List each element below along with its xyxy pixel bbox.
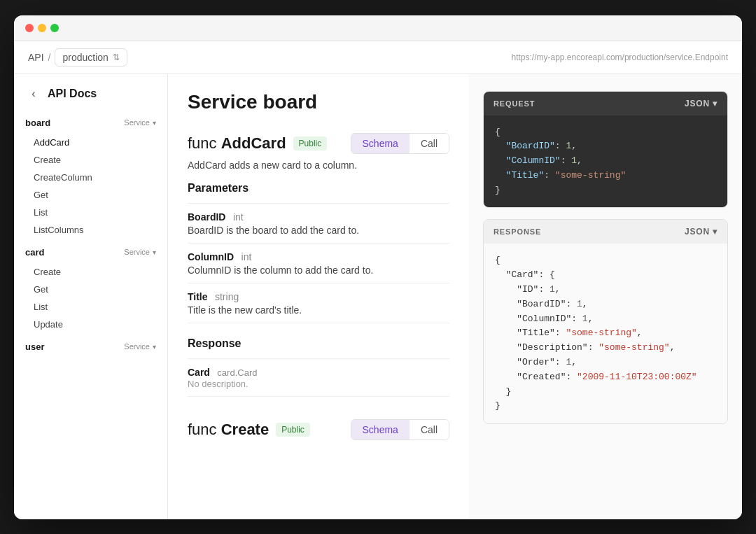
service-header-board[interactable]: board Service ▾: [14, 113, 167, 132]
back-button[interactable]: ‹: [25, 85, 42, 102]
func-keyword: func: [188, 134, 221, 152]
service-name-board: board: [25, 118, 50, 128]
minimize-button[interactable]: [38, 24, 46, 32]
sidebar-item-create-board[interactable]: Create: [14, 151, 167, 169]
sidebar-item-listcolumns[interactable]: ListColumns: [14, 221, 167, 239]
breadcrumb-api: API: [28, 52, 44, 63]
schema-button[interactable]: Schema: [351, 134, 410, 153]
public-badge-create: Public: [276, 423, 310, 437]
public-badge: Public: [293, 136, 328, 150]
json-format-selector-resp[interactable]: JSON ▾: [685, 227, 718, 237]
service-items-board: AddCard Create CreateColumn Get List Lis…: [14, 132, 167, 240]
sidebar-item-createcolumn[interactable]: CreateColumn: [14, 169, 167, 186]
json-format-label: JSON: [685, 99, 710, 108]
topbar: API / production ⇅ https://my-app.encore…: [14, 41, 742, 74]
func-header-addcard: func AddCard Public Schema Call: [188, 133, 449, 154]
breadcrumb-sep: /: [48, 52, 51, 63]
param-row-title: Title string Title is the new card's tit…: [188, 283, 449, 323]
close-button[interactable]: [25, 24, 34, 32]
service-badge-user: Service ▾: [124, 342, 156, 351]
main-content: ‹ API Docs board Service ▾ AddCard Creat…: [14, 74, 742, 519]
content-wrapper: Service board func AddCard Public Schema…: [168, 74, 742, 519]
chevron-down-icon: ▾: [713, 99, 718, 108]
service-header-user[interactable]: user Service ▾: [14, 337, 167, 356]
func-section-create: func Create Public Schema Call: [188, 419, 449, 440]
chevron-down-icon: ▾: [153, 248, 156, 256]
sidebar-header: ‹ API Docs: [14, 85, 167, 113]
service-name-user: user: [25, 342, 44, 352]
chevron-down-icon-resp: ▾: [713, 227, 718, 237]
maximize-button[interactable]: [50, 24, 59, 32]
func-title-row-create: func Create Public: [188, 421, 310, 439]
func-name-addcard: func AddCard: [188, 134, 286, 153]
response-label: RESPONSE: [493, 227, 541, 236]
func-keyword-create: func: [188, 421, 221, 438]
response-name-card: Card card.Card: [188, 366, 449, 379]
request-box-header: REQUEST JSON ▾: [484, 92, 727, 115]
param-name-boardid: BoardID int: [188, 211, 449, 223]
env-selector[interactable]: production ⇅: [55, 48, 127, 66]
schema-call-buttons: Schema Call: [351, 133, 449, 154]
func-description: AddCard adds a new card to a column.: [188, 160, 449, 171]
sidebar-item-update-card[interactable]: Update: [14, 316, 167, 333]
func-section-addcard: func AddCard Public Schema Call AddCard …: [188, 133, 449, 397]
url-bar: https://my-app.encoreapi.com/production/…: [512, 52, 729, 62]
sidebar-item-create-card[interactable]: Create: [14, 263, 167, 281]
schema-call-buttons-create: Schema Call: [351, 419, 449, 440]
params-table: BoardID int BoardID is the board to add …: [188, 203, 449, 323]
service-group-card: card Service ▾ Create Get List Update: [14, 243, 167, 335]
param-name-title: Title string: [188, 290, 449, 303]
response-json-body: { "Card": { "ID": 1, "BoardID": 1, "Colu…: [484, 244, 727, 423]
func-header-create: func Create Public Schema Call: [188, 419, 449, 440]
titlebar: [14, 15, 742, 41]
breadcrumb: API / production ⇅: [28, 48, 127, 66]
app-window: API / production ⇅ https://my-app.encore…: [14, 15, 742, 519]
response-label: Response: [188, 337, 449, 350]
param-row-boardid: BoardID int BoardID is the board to add …: [188, 203, 449, 243]
param-desc-title: Title is the new card's title.: [188, 304, 449, 316]
json-format-selector[interactable]: JSON ▾: [685, 99, 718, 108]
param-name-columnid: ColumnID int: [188, 251, 449, 263]
param-row-columnid: ColumnID int ColumnID is the column to a…: [188, 243, 449, 283]
request-json-box: REQUEST JSON ▾ { "BoardID": 1, "ColumnID…: [483, 91, 728, 209]
json-format-label-resp: JSON: [685, 227, 710, 237]
request-json-body: { "BoardID": 1, "ColumnID": 1, "Title": …: [484, 115, 727, 208]
sidebar-item-list-card[interactable]: List: [14, 298, 167, 316]
right-content: REQUEST JSON ▾ { "BoardID": 1, "ColumnID…: [469, 74, 742, 519]
chevron-down-icon: ▾: [153, 343, 156, 351]
call-button[interactable]: Call: [410, 134, 449, 153]
service-items-card: Create Get List Update: [14, 262, 167, 335]
call-button-create[interactable]: Call: [410, 420, 449, 440]
sidebar-item-get-board[interactable]: Get: [14, 186, 167, 204]
env-label: production: [62, 52, 108, 63]
request-label: REQUEST: [493, 99, 535, 108]
traffic-lights: [25, 24, 59, 32]
sidebar: ‹ API Docs board Service ▾ AddCard Creat…: [14, 74, 168, 519]
service-header-card[interactable]: card Service ▾: [14, 243, 167, 262]
service-badge-board: Service ▾: [124, 118, 156, 127]
sidebar-item-addcard[interactable]: AddCard: [14, 134, 167, 151]
sidebar-item-list-board[interactable]: List: [14, 204, 167, 221]
service-group-board: board Service ▾ AddCard Create CreateCol…: [14, 113, 167, 240]
schema-button-create[interactable]: Schema: [351, 420, 410, 440]
func-name-create: func Create: [188, 421, 269, 439]
response-json-box: RESPONSE JSON ▾ { "Card": { "ID": 1, "Bo…: [483, 219, 728, 424]
sidebar-title: API Docs: [48, 87, 97, 100]
func-title-row: func AddCard Public: [188, 134, 327, 153]
response-item-card: Card card.Card No description.: [188, 358, 449, 397]
params-label: Parameters: [188, 182, 449, 195]
param-desc-columnid: ColumnID is the column to add the card t…: [188, 265, 449, 276]
response-box-header: RESPONSE JSON ▾: [484, 220, 727, 244]
sidebar-item-get-card[interactable]: Get: [14, 281, 167, 298]
chevron-updown-icon: ⇅: [113, 52, 120, 62]
left-content: Service board func AddCard Public Schema…: [168, 74, 469, 519]
service-name-card: card: [25, 247, 44, 258]
page-title: Service board: [188, 91, 449, 113]
chevron-down-icon: ▾: [153, 119, 156, 127]
service-group-user: user Service ▾: [14, 337, 167, 356]
param-desc-boardid: BoardID is the board to add the card to.: [188, 225, 449, 236]
service-badge-card: Service ▾: [124, 248, 156, 256]
resp-desc-card: No description.: [188, 379, 449, 389]
